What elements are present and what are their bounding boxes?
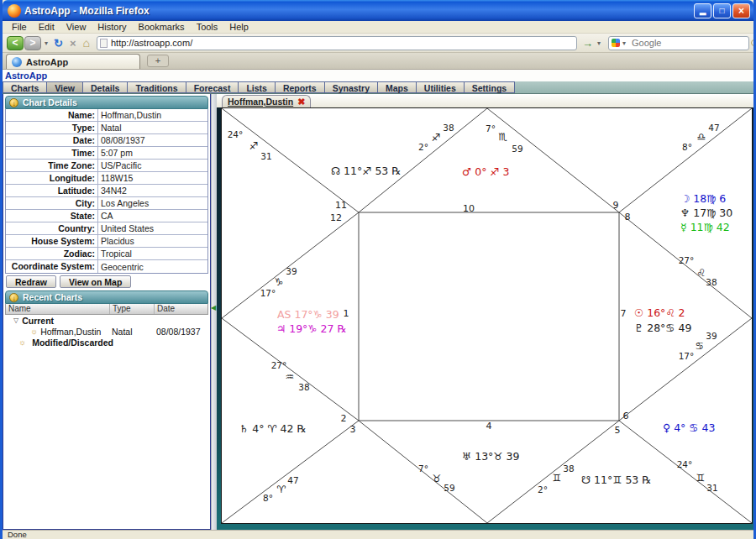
- app-tab-lists[interactable]: Lists: [238, 81, 275, 93]
- sidebar-splitter[interactable]: ◀: [211, 94, 217, 530]
- planet-north-node[interactable]: ☊ 11°♐ 53 ℞: [331, 165, 402, 177]
- planet-moon[interactable]: ☽ 18♍ 6: [680, 192, 726, 205]
- field-value: 118W15: [98, 173, 207, 183]
- history-dropdown-icon[interactable]: ▾: [42, 39, 50, 47]
- stop-button[interactable]: ×: [66, 37, 80, 50]
- cusp-1-degree: 17°: [260, 288, 276, 298]
- reload-button[interactable]: ↻: [50, 37, 66, 50]
- cusp-10-sign-icon: ♏: [499, 131, 508, 143]
- cusp-2-minute: 38: [298, 382, 309, 392]
- cusp-5-degree: 2°: [538, 484, 548, 495]
- app-tab-view[interactable]: View: [46, 81, 82, 93]
- planet-saturn[interactable]: ♄ 4° ♈ 42 ℞: [239, 422, 307, 435]
- planet-mars[interactable]: ♂ 0° ♐ 3: [462, 165, 510, 178]
- menu-tools[interactable]: Tools: [191, 22, 224, 32]
- cusp-9-degree: 8°: [682, 142, 692, 152]
- column-header-type[interactable]: Type: [110, 304, 155, 314]
- title-bar[interactable]: AstroApp - Mozilla Firefox ▂ □ ×: [3, 0, 753, 21]
- app-tab-settings[interactable]: Settings: [464, 81, 515, 93]
- column-header-date[interactable]: Date: [155, 304, 207, 314]
- menu-history[interactable]: History: [92, 22, 132, 32]
- forward-button[interactable]: >: [24, 36, 41, 50]
- close-button[interactable]: ×: [732, 3, 750, 18]
- app-tab-traditions[interactable]: Traditions: [127, 81, 185, 93]
- close-chart-tab-icon[interactable]: ✖: [297, 97, 305, 107]
- column-header-name[interactable]: Name: [6, 304, 110, 314]
- home-button[interactable]: ⌂: [80, 36, 93, 50]
- planet-south-node[interactable]: ☋ 11°♊ 53 ℞: [581, 474, 652, 486]
- field-label: Coordinate System:: [6, 260, 98, 273]
- tree-group-current[interactable]: ▽ Current: [5, 315, 208, 326]
- app-tab-forecast[interactable]: Forecast: [186, 81, 239, 93]
- app-tab-charts[interactable]: Charts: [3, 81, 46, 93]
- menu-bookmarks[interactable]: Bookmarks: [133, 22, 191, 32]
- group-label-modified: Modified/Discarded: [32, 338, 113, 348]
- planet-venus[interactable]: ♀ 4° ♋ 43: [663, 421, 715, 434]
- brand-text: AstroApp: [5, 71, 47, 81]
- app-tab-details[interactable]: Details: [82, 81, 127, 93]
- recent-charts-tree: ▽ Current ☼ Hoffman,Dustin Natal 08/08/1…: [5, 315, 208, 348]
- field-row-city: City:Los Angeles: [6, 197, 207, 210]
- field-label: Latitude:: [6, 185, 98, 196]
- url-input[interactable]: [108, 38, 576, 48]
- inner-square: [359, 212, 619, 421]
- field-row-state: State:CA: [6, 210, 207, 222]
- house-number-1: 1: [344, 308, 349, 319]
- planet-ascendant[interactable]: AS 17°♑ 39: [277, 308, 339, 321]
- planet-mercury[interactable]: ☿ 11♍ 42: [680, 221, 730, 233]
- recent-charts-header[interactable]: ↓ Recent Charts: [5, 290, 208, 304]
- field-row-country: Country:United States: [6, 222, 207, 235]
- app-tab-synastry[interactable]: Synastry: [324, 81, 377, 93]
- google-icon: [612, 39, 620, 47]
- browser-tab-astroapp[interactable]: AstroApp: [6, 54, 140, 69]
- minimize-button[interactable]: ▂: [694, 3, 711, 18]
- cusp-11-sign-icon: ♐: [432, 132, 441, 144]
- chart-details-header[interactable]: ↓ Chart Details: [5, 96, 208, 109]
- back-button[interactable]: <: [7, 36, 24, 50]
- cusp-9-sign-icon: ♎: [697, 131, 706, 143]
- app-tab-maps[interactable]: Maps: [377, 81, 416, 93]
- chart-tab-hoffman[interactable]: Hoffman,Dustin ✖: [222, 95, 311, 107]
- chart-item-name: Hoffman,Dustin: [40, 327, 101, 337]
- main-area: ↓ Chart Details Name:Hoffman,DustinType:…: [3, 94, 753, 530]
- browser-tab-label: AstroApp: [26, 57, 68, 67]
- menu-help[interactable]: Help: [223, 22, 255, 32]
- field-label: State:: [6, 210, 98, 222]
- search-engine-dropdown-icon[interactable]: ▾: [620, 39, 628, 47]
- field-value: 08/08/1937: [98, 135, 207, 145]
- house-number-6: 6: [623, 411, 629, 421]
- tree-expand-icon[interactable]: ▽: [13, 317, 18, 324]
- chart-item-date: 08/08/1937: [154, 327, 208, 337]
- cusp-8-sign-icon: ♌: [697, 267, 706, 279]
- tree-item-chart[interactable]: ☼ Hoffman,Dustin Natal 08/08/1937: [5, 326, 208, 337]
- new-tab-button[interactable]: +: [147, 55, 169, 67]
- page-icon: [100, 39, 108, 48]
- planet-pluto[interactable]: ♇ 28°♋ 49: [634, 322, 691, 334]
- natal-chart-svg: 12345678910111217°♑3927°♒388°♈477°♉592°♊…: [222, 108, 752, 523]
- menu-file[interactable]: File: [6, 22, 33, 32]
- field-row-latitude: Latitude:34N42: [6, 185, 207, 197]
- cusp-11-minute: 38: [443, 123, 454, 133]
- planet-uranus[interactable]: ♅ 13°♉ 39: [462, 450, 519, 463]
- planet-jupiter[interactable]: ♃ 19°♑ 27 ℞: [276, 322, 347, 335]
- search-magnifier-icon[interactable]: [751, 39, 756, 46]
- view-on-map-button[interactable]: View on Map: [60, 275, 131, 288]
- menu-edit[interactable]: Edit: [33, 22, 60, 32]
- go-button[interactable]: →: [580, 37, 595, 50]
- app-tab-reports[interactable]: Reports: [275, 81, 324, 93]
- collapse-panel-icon[interactable]: ↓: [9, 98, 18, 107]
- tree-group-modified[interactable]: ☼ Modified/Discarded: [5, 337, 208, 348]
- search-input[interactable]: [628, 38, 751, 48]
- app-tab-utilities[interactable]: Utilities: [416, 81, 464, 93]
- field-row-date: Date:08/08/1937: [6, 134, 207, 147]
- redraw-button[interactable]: Redraw: [6, 275, 56, 288]
- menu-view[interactable]: View: [60, 22, 92, 32]
- planet-sun[interactable]: ☉ 16°♌ 2: [634, 306, 685, 319]
- collapse-sidebar-icon[interactable]: ◀: [211, 304, 216, 311]
- browser-tab-bar: AstroApp +: [3, 53, 753, 70]
- field-label: Name:: [6, 109, 98, 121]
- maximize-button[interactable]: □: [713, 3, 731, 18]
- planet-neptune[interactable]: ♆ 17♍ 30: [680, 207, 732, 219]
- go-dropdown-icon[interactable]: ▾: [595, 39, 603, 47]
- collapse-panel-icon[interactable]: ↓: [9, 293, 18, 302]
